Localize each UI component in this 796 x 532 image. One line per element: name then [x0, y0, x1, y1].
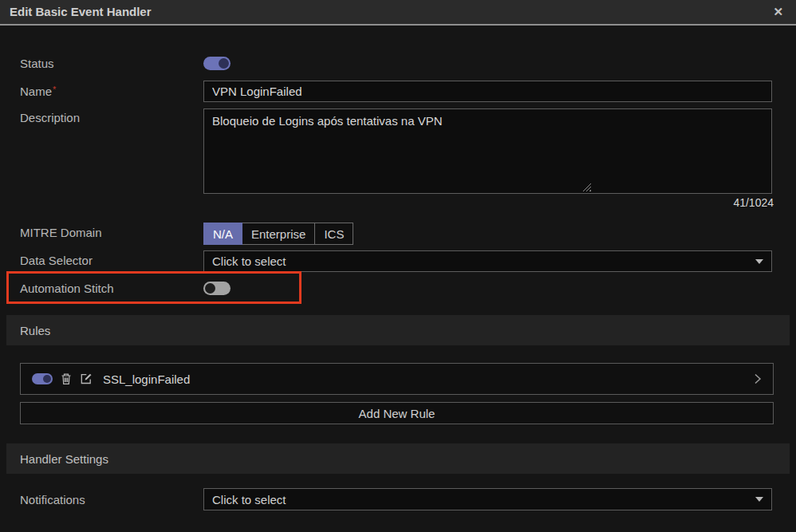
name-label: Name*	[20, 85, 56, 98]
rule-name: SSL_loginFailed	[103, 372, 190, 386]
data-selector-value: Click to select	[212, 254, 755, 268]
data-selector-dropdown[interactable]: Click to select	[203, 250, 772, 272]
caret-down-icon	[755, 259, 763, 264]
header-divider	[0, 24, 796, 26]
dialog-titlebar: Edit Basic Event Handler ✕	[0, 0, 796, 24]
chevron-right-icon[interactable]	[754, 372, 762, 385]
required-marker: *	[53, 85, 56, 94]
segment-ics[interactable]: ICS	[314, 223, 353, 245]
notifications-dropdown[interactable]: Click to select	[203, 488, 772, 510]
toggle-knob	[205, 283, 215, 294]
edit-icon[interactable]	[80, 372, 93, 385]
notifications-value: Click to select	[212, 493, 755, 506]
automation-stitch-label: Automation Stitch	[20, 282, 114, 295]
description-label: Description	[20, 111, 80, 124]
toggle-knob	[219, 58, 229, 69]
edit-basic-event-handler-dialog: Edit Basic Event Handler ✕ Status Name* …	[0, 0, 796, 532]
name-input[interactable]	[203, 81, 772, 102]
handler-settings-section-header: Handler Settings	[6, 443, 790, 474]
data-selector-label: Data Selector	[20, 254, 93, 267]
add-new-rule-label: Add New Rule	[359, 407, 435, 420]
status-toggle[interactable]	[203, 57, 231, 70]
rule-row[interactable]: SSL_loginFailed	[20, 363, 774, 395]
caret-down-icon	[755, 497, 763, 502]
rules-section-header: Rules	[6, 315, 790, 345]
trash-icon[interactable]	[60, 372, 73, 385]
segment-na[interactable]: N/A	[203, 223, 242, 245]
char-counter: 41/1024	[733, 196, 774, 209]
mitre-domain-label: MITRE Domain	[20, 226, 102, 239]
rules-section-title: Rules	[20, 324, 50, 337]
mitre-domain-segmented-control: N/A Enterprise ICS	[203, 223, 353, 245]
description-textarea[interactable]: Bloqueio de Logins após tentativas na VP…	[203, 108, 772, 194]
dialog-title: Edit Basic Event Handler	[10, 0, 152, 24]
notifications-label: Notifications	[20, 493, 85, 506]
handler-settings-title: Handler Settings	[20, 452, 108, 466]
status-label: Status	[20, 57, 54, 70]
segment-enterprise[interactable]: Enterprise	[242, 223, 315, 245]
automation-stitch-toggle[interactable]	[203, 282, 231, 295]
add-new-rule-button[interactable]: Add New Rule	[20, 402, 774, 424]
close-icon[interactable]: ✕	[773, 0, 783, 24]
toggle-knob	[43, 375, 51, 383]
rule-toggle[interactable]	[32, 373, 53, 384]
